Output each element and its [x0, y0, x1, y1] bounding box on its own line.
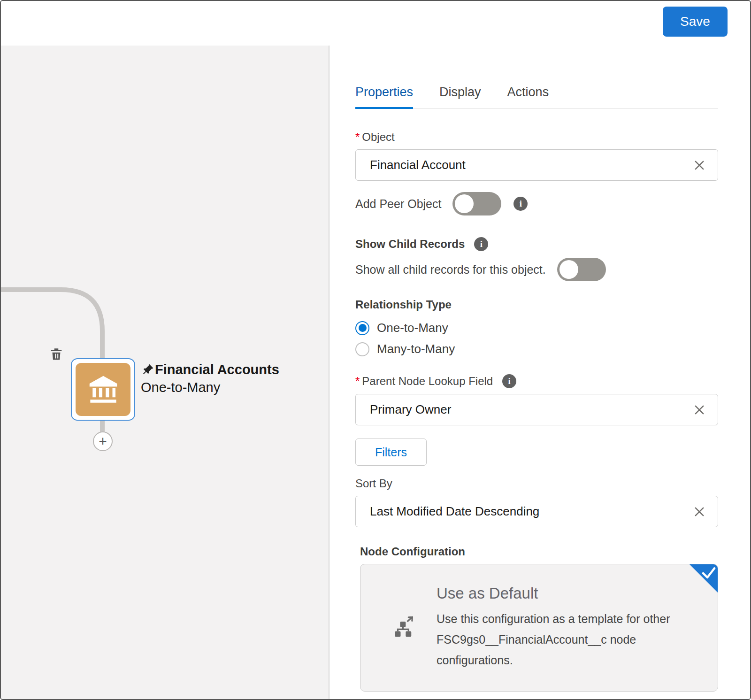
- relationship-type-label: Relationship Type: [355, 298, 718, 311]
- close-icon: [693, 159, 706, 172]
- show-child-records-toggle[interactable]: [557, 258, 606, 281]
- object-field-label: * Object: [355, 131, 718, 144]
- node-title: Financial Accounts: [155, 361, 279, 379]
- add-child-node-button[interactable]: +: [93, 431, 113, 451]
- header-bar: Save: [1, 1, 750, 46]
- info-icon[interactable]: i: [502, 374, 516, 388]
- show-child-records-label: Show Child Records i: [355, 237, 718, 251]
- use-as-default-card[interactable]: Use as Default Use this configuration as…: [360, 564, 718, 692]
- financial-accounts-node[interactable]: [71, 358, 135, 421]
- tab-properties[interactable]: Properties: [355, 85, 413, 109]
- radio-one-to-many-label: One-to-Many: [377, 321, 448, 335]
- add-peer-object-label: Add Peer Object: [355, 197, 441, 211]
- required-marker: *: [355, 375, 360, 388]
- selected-corner-badge: [690, 564, 718, 592]
- object-value: Financial Account: [370, 158, 692, 172]
- show-child-records-row: Show all child records for this object.: [355, 258, 718, 281]
- node-subtitle: One-to-Many: [141, 379, 279, 397]
- close-icon: [693, 403, 706, 416]
- pin-icon: [141, 363, 154, 377]
- panel-tabs: Properties Display Actions: [355, 85, 718, 109]
- bank-icon: [85, 371, 122, 408]
- trash-icon: [48, 346, 64, 362]
- info-icon[interactable]: i: [513, 197, 528, 211]
- parent-lookup-label: * Parent Node Lookup Field i: [355, 374, 718, 388]
- add-peer-object-row: Add Peer Object i: [355, 192, 718, 215]
- parent-lookup-value: Primary Owner: [370, 402, 692, 417]
- radio-button-icon: [355, 321, 369, 335]
- properties-panel: Properties Display Actions * Object Fina…: [330, 46, 750, 699]
- check-icon: [702, 566, 716, 580]
- main-split: Financial Accounts One-to-Many + Propert…: [1, 46, 750, 699]
- radio-button-icon: [355, 342, 369, 356]
- clear-sort-by-button[interactable]: [692, 505, 706, 519]
- node-label: Financial Accounts One-to-Many: [141, 361, 279, 396]
- sort-by-value: Last Modified Date Descending: [370, 504, 692, 519]
- show-child-records-desc: Show all child records for this object.: [355, 263, 546, 277]
- delete-node-button[interactable]: [48, 346, 65, 363]
- toggle-knob: [559, 260, 578, 279]
- node-configuration-label: Node Configuration: [360, 545, 718, 558]
- clear-object-button[interactable]: [692, 158, 706, 172]
- close-icon: [693, 505, 706, 518]
- sort-by-combobox[interactable]: Last Modified Date Descending: [355, 496, 718, 527]
- tab-actions[interactable]: Actions: [507, 85, 549, 109]
- tab-display[interactable]: Display: [439, 85, 481, 109]
- toggle-knob: [455, 194, 474, 213]
- clear-parent-lookup-button[interactable]: [692, 403, 706, 417]
- sort-by-label: Sort By: [355, 477, 718, 490]
- required-marker: *: [355, 131, 360, 144]
- node-background: [76, 363, 130, 416]
- card-body: Use this configuration as a template for…: [437, 609, 690, 670]
- add-peer-object-toggle[interactable]: [452, 192, 501, 215]
- object-combobox[interactable]: Financial Account: [355, 149, 718, 181]
- radio-many-to-many[interactable]: Many-to-Many: [355, 342, 718, 356]
- radio-one-to-many[interactable]: One-to-Many: [355, 321, 718, 335]
- radio-many-to-many-label: Many-to-Many: [377, 342, 455, 356]
- arc-builder-window: Save: [0, 0, 751, 700]
- card-title: Use as Default: [437, 585, 690, 602]
- filters-button[interactable]: Filters: [355, 438, 427, 466]
- info-icon[interactable]: i: [474, 237, 488, 251]
- card-text: Use as Default Use this configuration as…: [437, 585, 690, 670]
- save-button[interactable]: Save: [663, 7, 728, 37]
- parent-lookup-combobox[interactable]: Primary Owner: [355, 394, 718, 425]
- graph-canvas[interactable]: Financial Accounts One-to-Many +: [1, 46, 330, 699]
- hierarchy-default-icon: [391, 615, 416, 640]
